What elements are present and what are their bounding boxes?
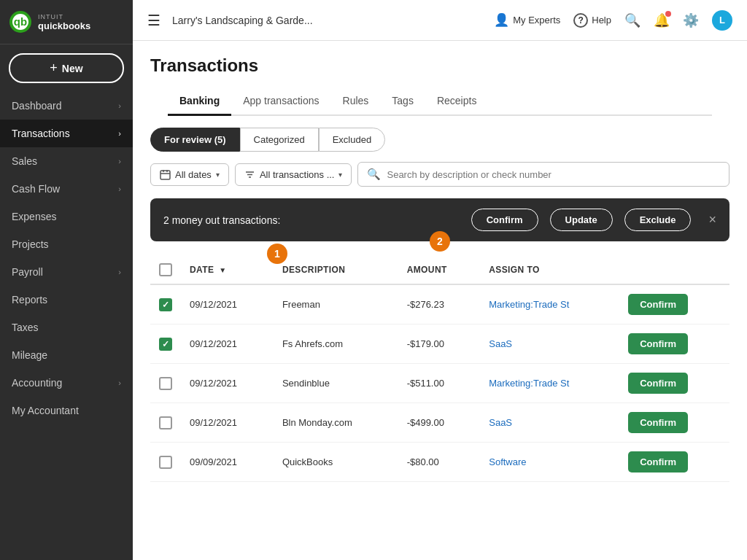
row-2-description: Fs Ahrefs.com (274, 324, 398, 364)
chevron-right-icon: › (118, 157, 121, 166)
my-experts-label: My Experts (513, 15, 560, 26)
notification-action[interactable]: 🔔 (654, 12, 670, 28)
step-1-bubble: 1 (267, 244, 287, 264)
plus-icon: + (50, 61, 58, 76)
filter-excluded[interactable]: Excluded (319, 128, 385, 152)
sidebar-item-mileage[interactable]: Mileage (0, 341, 133, 369)
sidebar-item-accounting[interactable]: Accounting › (0, 369, 133, 397)
row-2-confirm-button[interactable]: Confirm (628, 333, 688, 354)
topbar: ☰ Larry's Landscaping & Garde... 👤 My Ex… (133, 0, 747, 41)
row-2-checkbox[interactable] (159, 338, 172, 351)
banner-close-button[interactable]: × (708, 212, 716, 228)
tab-receipts[interactable]: Receipts (425, 88, 488, 116)
date-filter-label: All dates (175, 169, 212, 180)
sidebar-item-cash-flow[interactable]: Cash Flow › (0, 175, 133, 203)
row-5-assign-link[interactable]: Software (489, 456, 526, 467)
help-action[interactable]: ? Help (573, 13, 611, 28)
row-4-confirm-button[interactable]: Confirm (628, 412, 688, 433)
search-input[interactable] (387, 169, 720, 180)
row-4-description: Bln Monday.com (274, 403, 398, 443)
banner-exclude-button[interactable]: Exclude (624, 209, 692, 231)
tab-tags[interactable]: Tags (380, 88, 425, 116)
tab-app-transactions[interactable]: App transactions (231, 88, 330, 116)
settings-action[interactable]: ⚙️ (683, 12, 699, 28)
new-button-label: New (62, 63, 83, 74)
filter-group: All dates ▾ All transactions ... ▾ 🔍 (150, 162, 729, 187)
row-3-checkbox[interactable] (159, 377, 172, 390)
page-content: Transactions Banking App transactions Ru… (133, 41, 747, 560)
sidebar-item-sales[interactable]: Sales › (0, 147, 133, 175)
tab-rules[interactable]: Rules (331, 88, 381, 116)
row-1-checkbox[interactable] (159, 298, 172, 311)
page-header: Transactions Banking App transactions Ru… (133, 41, 747, 116)
transaction-filter-label: All transactions ... (260, 169, 335, 180)
banner-text: 2 money out transactions: (163, 214, 460, 226)
sidebar-item-dashboard[interactable]: Dashboard › (0, 92, 133, 120)
row-1-confirm-button[interactable]: Confirm (628, 294, 688, 315)
sort-icon: ▼ (219, 266, 226, 274)
row-3-assign-link[interactable]: Marketing:Trade St (489, 378, 569, 389)
logo-text: quickbooks (38, 20, 90, 31)
calendar-icon (160, 169, 171, 180)
sidebar-nav: Dashboard › Transactions › Sales › Cash … (0, 92, 133, 560)
chevron-down-icon: ▾ (216, 171, 220, 179)
row-5-confirm-button[interactable]: Confirm (628, 451, 688, 472)
chevron-right-icon: › (118, 129, 121, 138)
header-amount: AMOUNT (398, 256, 481, 284)
header-date[interactable]: DATE ▼ (181, 256, 274, 284)
table-header: DATE ▼ DESCRIPTION AMOUNT ASSIGN TO (150, 256, 729, 284)
banner-confirm-button[interactable]: Confirm (471, 209, 538, 231)
avatar[interactable]: L (712, 10, 732, 31)
chevron-right-icon: › (118, 378, 121, 387)
company-name: Larry's Landscaping & Garde... (172, 15, 494, 26)
row-3-confirm-button[interactable]: Confirm (628, 373, 688, 394)
tab-filters: For review (5) Categorized Excluded (150, 128, 729, 152)
chevron-right-icon: › (118, 101, 121, 110)
row-1-description: Freeman (274, 284, 398, 324)
header-check (150, 256, 181, 284)
svg-text:qb: qb (14, 15, 27, 28)
filter-categorized[interactable]: Categorized (240, 128, 319, 152)
gear-icon: ⚙️ (683, 12, 699, 28)
banner-update-button[interactable]: Update (550, 209, 613, 231)
notification-dot (665, 11, 671, 17)
row-1-date: 09/12/2021 (181, 284, 274, 324)
sidebar-item-my-accountant[interactable]: My Accountant (0, 397, 133, 424)
tab-banking[interactable]: Banking (168, 88, 231, 116)
header-description: DESCRIPTION (274, 256, 398, 284)
row-4-assign-link[interactable]: SaaS (489, 417, 512, 428)
sidebar-item-reports[interactable]: Reports (0, 286, 133, 314)
row-2-assign-link[interactable]: SaaS (489, 338, 512, 349)
tabs-nav: Banking App transactions Rules Tags Rece… (168, 88, 712, 116)
my-experts-action[interactable]: 👤 My Experts (494, 12, 560, 28)
date-filter-button[interactable]: All dates ▾ (150, 163, 229, 186)
row-5-checkbox[interactable] (159, 456, 172, 469)
sidebar: qb intuit quickbooks + New Dashboard › T… (0, 0, 133, 560)
filter-for-review[interactable]: For review (5) (150, 128, 240, 152)
table-row: 09/12/2021 Fs Ahrefs.com -$179.00 SaaS C… (150, 324, 729, 364)
new-button[interactable]: + New (9, 53, 124, 83)
row-4-checkbox[interactable] (159, 416, 172, 429)
row-1-assign-link[interactable]: Marketing:Trade St (489, 299, 569, 310)
select-all-checkbox[interactable] (159, 263, 172, 276)
chevron-right-icon: › (118, 268, 121, 276)
search-action[interactable]: 🔍 (624, 12, 640, 28)
header-action (619, 256, 729, 284)
logo-area: qb intuit quickbooks (0, 0, 133, 44)
sidebar-item-transactions[interactable]: Transactions › (0, 120, 133, 147)
sidebar-item-expenses[interactable]: Expenses (0, 203, 133, 230)
main-content: ☰ Larry's Landscaping & Garde... 👤 My Ex… (133, 0, 747, 560)
table-row: 09/09/2021 QuickBooks -$80.00 Software C… (150, 443, 729, 482)
step-2-bubble: 2 (430, 231, 450, 252)
sidebar-item-payroll[interactable]: Payroll › (0, 258, 133, 286)
svg-rect-3 (160, 171, 170, 179)
sidebar-item-projects[interactable]: Projects (0, 230, 133, 258)
transaction-filter-button[interactable]: All transactions ... ▾ (235, 163, 352, 186)
table-row: 09/12/2021 Freeman -$276.23 Marketing:Tr… (150, 284, 729, 324)
row-5-date: 09/09/2021 (181, 443, 274, 482)
sidebar-item-taxes[interactable]: Taxes (0, 314, 133, 341)
row-2-amount: -$179.00 (398, 324, 481, 364)
person-icon: 👤 (494, 12, 509, 28)
search-icon: 🔍 (367, 168, 381, 181)
hamburger-menu-icon[interactable]: ☰ (147, 12, 160, 29)
